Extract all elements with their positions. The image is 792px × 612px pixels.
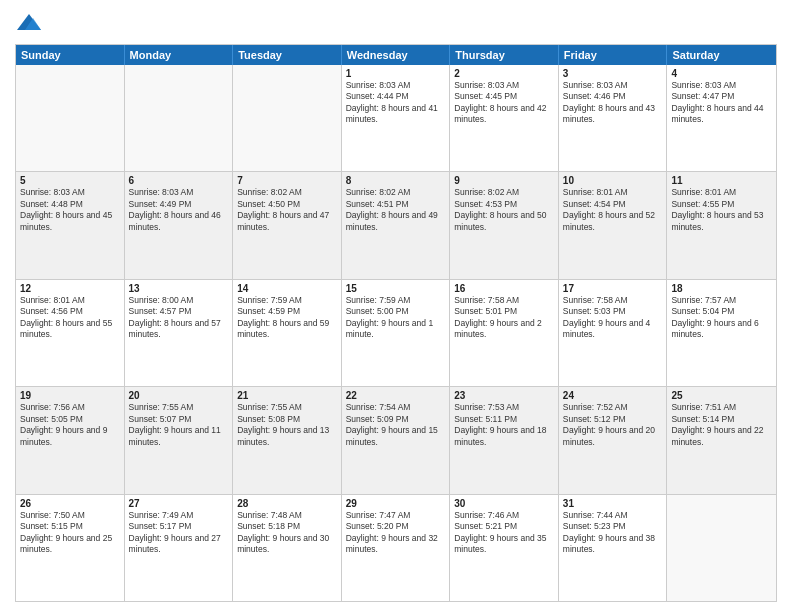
calendar: SundayMondayTuesdayWednesdayThursdayFrid…	[15, 44, 777, 602]
calendar-cell	[667, 495, 776, 601]
cell-text: Sunrise: 7:59 AMSunset: 4:59 PMDaylight:…	[237, 295, 337, 341]
day-number: 17	[563, 283, 663, 294]
calendar-cell: 15 Sunrise: 7:59 AMSunset: 5:00 PMDaylig…	[342, 280, 451, 386]
cell-text: Sunrise: 8:01 AMSunset: 4:56 PMDaylight:…	[20, 295, 120, 341]
cell-text: Sunrise: 8:01 AMSunset: 4:55 PMDaylight:…	[671, 187, 772, 233]
day-number: 5	[20, 175, 120, 186]
day-number: 15	[346, 283, 446, 294]
cell-text: Sunrise: 7:49 AMSunset: 5:17 PMDaylight:…	[129, 510, 229, 556]
calendar-cell: 28 Sunrise: 7:48 AMSunset: 5:18 PMDaylig…	[233, 495, 342, 601]
day-number: 23	[454, 390, 554, 401]
calendar-cell: 1 Sunrise: 8:03 AMSunset: 4:44 PMDayligh…	[342, 65, 451, 171]
day-number: 22	[346, 390, 446, 401]
calendar-cell: 12 Sunrise: 8:01 AMSunset: 4:56 PMDaylig…	[16, 280, 125, 386]
day-number: 24	[563, 390, 663, 401]
calendar-cell: 18 Sunrise: 7:57 AMSunset: 5:04 PMDaylig…	[667, 280, 776, 386]
calendar-cell: 10 Sunrise: 8:01 AMSunset: 4:54 PMDaylig…	[559, 172, 668, 278]
calendar-week-4: 19 Sunrise: 7:56 AMSunset: 5:05 PMDaylig…	[16, 386, 776, 493]
logo-icon	[15, 10, 43, 38]
calendar-week-2: 5 Sunrise: 8:03 AMSunset: 4:48 PMDayligh…	[16, 171, 776, 278]
calendar-cell: 11 Sunrise: 8:01 AMSunset: 4:55 PMDaylig…	[667, 172, 776, 278]
calendar-cell: 31 Sunrise: 7:44 AMSunset: 5:23 PMDaylig…	[559, 495, 668, 601]
cell-text: Sunrise: 7:50 AMSunset: 5:15 PMDaylight:…	[20, 510, 120, 556]
cell-text: Sunrise: 7:47 AMSunset: 5:20 PMDaylight:…	[346, 510, 446, 556]
day-number: 21	[237, 390, 337, 401]
calendar-cell: 30 Sunrise: 7:46 AMSunset: 5:21 PMDaylig…	[450, 495, 559, 601]
day-number: 6	[129, 175, 229, 186]
calendar-cell: 20 Sunrise: 7:55 AMSunset: 5:07 PMDaylig…	[125, 387, 234, 493]
cell-text: Sunrise: 7:57 AMSunset: 5:04 PMDaylight:…	[671, 295, 772, 341]
day-number: 9	[454, 175, 554, 186]
calendar-cell: 29 Sunrise: 7:47 AMSunset: 5:20 PMDaylig…	[342, 495, 451, 601]
page: SundayMondayTuesdayWednesdayThursdayFrid…	[0, 0, 792, 612]
cell-text: Sunrise: 7:55 AMSunset: 5:08 PMDaylight:…	[237, 402, 337, 448]
cell-text: Sunrise: 7:55 AMSunset: 5:07 PMDaylight:…	[129, 402, 229, 448]
cell-text: Sunrise: 8:03 AMSunset: 4:46 PMDaylight:…	[563, 80, 663, 126]
cell-text: Sunrise: 8:03 AMSunset: 4:45 PMDaylight:…	[454, 80, 554, 126]
cell-text: Sunrise: 8:03 AMSunset: 4:48 PMDaylight:…	[20, 187, 120, 233]
day-header-monday: Monday	[125, 45, 234, 65]
calendar-cell: 13 Sunrise: 8:00 AMSunset: 4:57 PMDaylig…	[125, 280, 234, 386]
cell-text: Sunrise: 7:51 AMSunset: 5:14 PMDaylight:…	[671, 402, 772, 448]
cell-text: Sunrise: 8:00 AMSunset: 4:57 PMDaylight:…	[129, 295, 229, 341]
calendar-cell: 26 Sunrise: 7:50 AMSunset: 5:15 PMDaylig…	[16, 495, 125, 601]
calendar-cell: 4 Sunrise: 8:03 AMSunset: 4:47 PMDayligh…	[667, 65, 776, 171]
day-number: 7	[237, 175, 337, 186]
cell-text: Sunrise: 7:52 AMSunset: 5:12 PMDaylight:…	[563, 402, 663, 448]
calendar-cell: 7 Sunrise: 8:02 AMSunset: 4:50 PMDayligh…	[233, 172, 342, 278]
calendar-cell	[16, 65, 125, 171]
calendar-cell: 5 Sunrise: 8:03 AMSunset: 4:48 PMDayligh…	[16, 172, 125, 278]
day-number: 10	[563, 175, 663, 186]
calendar-cell	[233, 65, 342, 171]
cell-text: Sunrise: 7:59 AMSunset: 5:00 PMDaylight:…	[346, 295, 446, 341]
day-number: 18	[671, 283, 772, 294]
logo	[15, 10, 47, 38]
cell-text: Sunrise: 7:56 AMSunset: 5:05 PMDaylight:…	[20, 402, 120, 448]
day-number: 8	[346, 175, 446, 186]
day-header-wednesday: Wednesday	[342, 45, 451, 65]
day-number: 19	[20, 390, 120, 401]
cell-text: Sunrise: 8:01 AMSunset: 4:54 PMDaylight:…	[563, 187, 663, 233]
cell-text: Sunrise: 8:03 AMSunset: 4:44 PMDaylight:…	[346, 80, 446, 126]
day-number: 13	[129, 283, 229, 294]
cell-text: Sunrise: 8:03 AMSunset: 4:49 PMDaylight:…	[129, 187, 229, 233]
day-number: 14	[237, 283, 337, 294]
day-header-friday: Friday	[559, 45, 668, 65]
cell-text: Sunrise: 7:54 AMSunset: 5:09 PMDaylight:…	[346, 402, 446, 448]
day-number: 16	[454, 283, 554, 294]
day-number: 4	[671, 68, 772, 79]
cell-text: Sunrise: 7:48 AMSunset: 5:18 PMDaylight:…	[237, 510, 337, 556]
day-header-sunday: Sunday	[16, 45, 125, 65]
cell-text: Sunrise: 8:02 AMSunset: 4:50 PMDaylight:…	[237, 187, 337, 233]
day-number: 25	[671, 390, 772, 401]
day-number: 26	[20, 498, 120, 509]
calendar-cell: 27 Sunrise: 7:49 AMSunset: 5:17 PMDaylig…	[125, 495, 234, 601]
cell-text: Sunrise: 8:03 AMSunset: 4:47 PMDaylight:…	[671, 80, 772, 126]
day-number: 31	[563, 498, 663, 509]
cell-text: Sunrise: 7:53 AMSunset: 5:11 PMDaylight:…	[454, 402, 554, 448]
cell-text: Sunrise: 7:46 AMSunset: 5:21 PMDaylight:…	[454, 510, 554, 556]
cell-text: Sunrise: 7:58 AMSunset: 5:01 PMDaylight:…	[454, 295, 554, 341]
calendar-cell: 25 Sunrise: 7:51 AMSunset: 5:14 PMDaylig…	[667, 387, 776, 493]
day-number: 12	[20, 283, 120, 294]
day-number: 20	[129, 390, 229, 401]
calendar-week-1: 1 Sunrise: 8:03 AMSunset: 4:44 PMDayligh…	[16, 65, 776, 171]
calendar-cell: 3 Sunrise: 8:03 AMSunset: 4:46 PMDayligh…	[559, 65, 668, 171]
calendar-cell: 14 Sunrise: 7:59 AMSunset: 4:59 PMDaylig…	[233, 280, 342, 386]
day-number: 30	[454, 498, 554, 509]
day-number: 3	[563, 68, 663, 79]
calendar-cell: 8 Sunrise: 8:02 AMSunset: 4:51 PMDayligh…	[342, 172, 451, 278]
day-number: 1	[346, 68, 446, 79]
day-number: 28	[237, 498, 337, 509]
calendar-cell	[125, 65, 234, 171]
calendar-cell: 24 Sunrise: 7:52 AMSunset: 5:12 PMDaylig…	[559, 387, 668, 493]
day-number: 29	[346, 498, 446, 509]
calendar-cell: 21 Sunrise: 7:55 AMSunset: 5:08 PMDaylig…	[233, 387, 342, 493]
calendar-cell: 22 Sunrise: 7:54 AMSunset: 5:09 PMDaylig…	[342, 387, 451, 493]
day-header-saturday: Saturday	[667, 45, 776, 65]
day-number: 11	[671, 175, 772, 186]
calendar-cell: 2 Sunrise: 8:03 AMSunset: 4:45 PMDayligh…	[450, 65, 559, 171]
day-number: 2	[454, 68, 554, 79]
calendar-cell: 17 Sunrise: 7:58 AMSunset: 5:03 PMDaylig…	[559, 280, 668, 386]
cell-text: Sunrise: 7:58 AMSunset: 5:03 PMDaylight:…	[563, 295, 663, 341]
